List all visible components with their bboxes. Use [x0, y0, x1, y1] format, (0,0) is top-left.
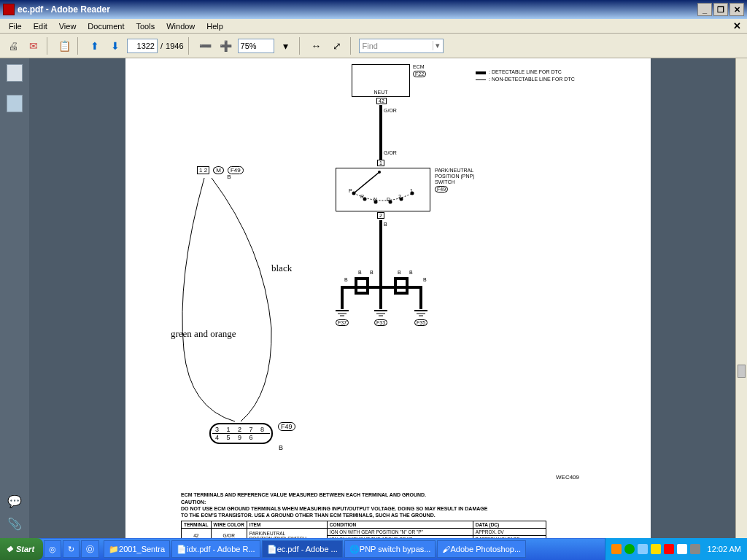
vertical-scrollbar[interactable]	[735, 58, 747, 538]
print-button[interactable]: 🖨	[4, 37, 22, 55]
wire-pnp-gnd	[379, 220, 382, 286]
b-label-4: B	[398, 270, 401, 275]
window-controls: _ ❐ ✕	[697, 3, 744, 16]
pnp-title3: SWITCH	[435, 179, 455, 184]
ground-drop-1	[341, 286, 344, 309]
pdf-page: NEUT ECM F22 42 : DETECTABLE LINE FOR DT…	[125, 58, 651, 538]
annotation-green-orange: green and orange	[171, 328, 236, 340]
svg-point-7	[378, 171, 381, 174]
doc-close-button[interactable]: ✕	[730, 20, 744, 31]
taskbar-item-photoshop[interactable]: 🖌 Adobe Photoshop...	[437, 540, 526, 558]
ground-conn-2: F33	[374, 319, 387, 326]
zoom-out-button[interactable]: ➖	[197, 37, 214, 55]
td-item: PARK/NEUTRALPOSITION (PNP) SWITCH	[247, 529, 327, 539]
minimize-button[interactable]: _	[697, 3, 712, 16]
start-button[interactable]: ❖Start	[0, 538, 43, 560]
quicklaunch-item[interactable]: Ⓞ	[81, 540, 99, 558]
tray-icon[interactable]	[624, 544, 635, 554]
menu-window[interactable]: Window	[160, 20, 201, 32]
zoom-in-button[interactable]: ➕	[217, 37, 235, 55]
pnp-pin2: 2	[377, 212, 384, 219]
figure-number: WEC409	[556, 474, 579, 481]
pos-r: R	[360, 194, 364, 199]
fit-page-button[interactable]: ⤢	[328, 37, 346, 55]
ground-conn-1: F37	[336, 319, 349, 326]
page-total: 1946	[166, 42, 183, 50]
window-title: ec.pdf - Adobe Reader	[18, 4, 697, 15]
quicklaunch-item[interactable]: ↻	[63, 540, 80, 558]
legend-thick-line	[476, 71, 486, 74]
bridge-1t	[355, 277, 369, 280]
page-number-input[interactable]	[127, 39, 158, 53]
menu-edit[interactable]: Edit	[28, 20, 53, 32]
fit-width-button[interactable]: ↔	[308, 37, 325, 55]
menu-tools[interactable]: Tools	[131, 20, 161, 32]
menu-view[interactable]: View	[53, 20, 82, 32]
taskbar-item-pnp[interactable]: 🌐 PNP switch bypas...	[344, 540, 436, 558]
taskbar: ❖Start ◎ ↻ Ⓞ 📁 2001_Sentra 📄 idx.pdf - A…	[0, 538, 747, 560]
find-input[interactable]	[360, 42, 433, 50]
tray-icon[interactable]	[664, 544, 674, 554]
annotation-black: black	[271, 262, 292, 274]
tray-icon[interactable]	[611, 544, 622, 554]
svg-line-6	[354, 172, 379, 193]
system-tray[interactable]: 12:02 AM	[605, 538, 747, 560]
app-icon	[3, 4, 15, 15]
zoom-dropdown[interactable]: ▾	[277, 37, 295, 55]
menu-file[interactable]: File	[3, 20, 28, 32]
scrollbar-thumb[interactable]	[738, 365, 746, 378]
table-caution: CAUTION:	[181, 499, 206, 505]
next-page-button[interactable]: ⬇	[107, 37, 124, 55]
ground-symbol-1	[336, 309, 349, 318]
pos-p: P	[349, 188, 352, 193]
taskbar-item-idx[interactable]: 📄 idx.pdf - Adobe R...	[171, 540, 260, 558]
legend-thin-line	[476, 79, 486, 80]
b-label-2: B	[358, 270, 362, 275]
td-data1: APPROX. 0V	[473, 529, 546, 536]
reference-table: TERMINAL WIRE COLOR ITEM CONDITION DATA …	[181, 521, 546, 538]
wire-b-label: B	[384, 222, 387, 227]
collab-button[interactable]: 📋	[55, 37, 73, 55]
neut-label: NEUT	[352, 90, 409, 95]
clock[interactable]: 12:02 AM	[708, 545, 741, 553]
conn-small-pins: 1 2	[197, 166, 209, 174]
tray-icon[interactable]	[690, 544, 700, 554]
taskbar-item-ec[interactable]: 📄 ec.pdf - Adobe ...	[262, 540, 343, 558]
restore-button[interactable]: ❐	[713, 3, 728, 16]
toolbar-separator	[299, 37, 303, 55]
pos-n: N	[374, 197, 377, 202]
document-area[interactable]: NEUT ECM F22 42 : DETECTABLE LINE FOR DT…	[29, 58, 747, 538]
quicklaunch-item[interactable]: ◎	[44, 540, 61, 558]
taskbar-item-folder[interactable]: 📁 2001_Sentra	[104, 540, 170, 558]
menu-bar: File Edit View Document Tools Window Hel…	[0, 19, 747, 34]
pos-1: 1	[410, 188, 413, 193]
bridge-2bt	[394, 292, 409, 295]
toolbar: 🖨 ✉ 📋 ⬆ ⬇ / 1946 ➖ ➕ ▾ ↔ ⤢ ▾	[0, 34, 747, 58]
pos-d: D	[387, 197, 390, 202]
close-button[interactable]: ✕	[729, 3, 744, 16]
tray-icon[interactable]	[677, 544, 687, 554]
menu-document[interactable]: Document	[82, 20, 130, 32]
toolbar-separator	[188, 37, 193, 55]
bookmarks-panel-icon[interactable]	[7, 95, 23, 112]
tray-icon[interactable]	[638, 544, 648, 554]
b-label-6: B	[423, 277, 427, 282]
td-terminal: 42	[182, 529, 212, 539]
email-button[interactable]: ✉	[25, 37, 42, 55]
td-cond1: IGN ON WITH GEAR POSITION "N" OR "P"	[327, 529, 473, 536]
menu-help[interactable]: Help	[201, 20, 229, 32]
comments-panel-icon[interactable]: 💬	[7, 494, 22, 508]
attachments-panel-icon[interactable]: 📎	[7, 517, 22, 531]
ground-drop-2	[379, 286, 382, 309]
b-label-3: B	[370, 270, 374, 275]
legend-nondetectable: : NON-DETECTABLE LINE FOR DTC	[489, 77, 575, 82]
prev-page-button[interactable]: ⬆	[86, 37, 104, 55]
wire-ecm-pnp	[379, 105, 382, 160]
tray-icon[interactable]	[651, 544, 661, 554]
find-dropdown[interactable]: ▾	[433, 41, 443, 50]
b-label-5: B	[409, 270, 413, 275]
find-box[interactable]: ▾	[359, 39, 444, 53]
zoom-input[interactable]	[238, 39, 274, 53]
pages-panel-icon[interactable]	[7, 64, 23, 82]
ecm-label: ECM	[413, 64, 425, 69]
